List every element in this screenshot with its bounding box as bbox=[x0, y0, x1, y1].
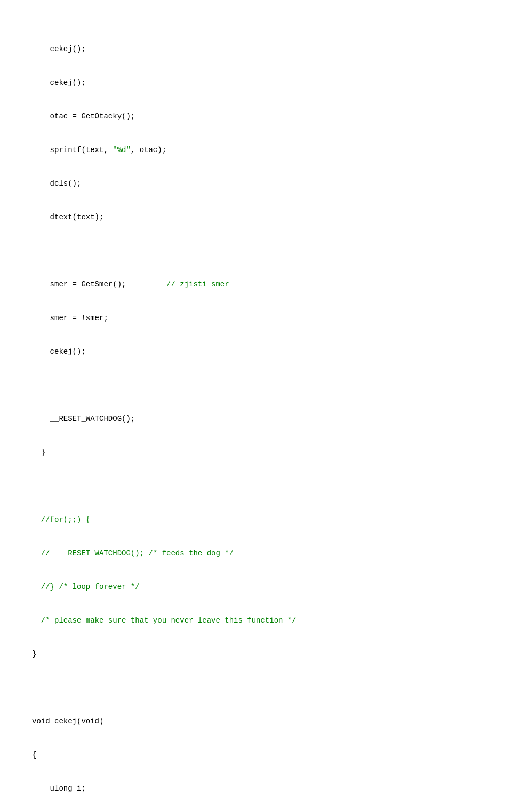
code-line-8: smer = GetSmer(); // zjisti smer bbox=[32, 279, 480, 290]
code-line-22: { bbox=[32, 750, 480, 761]
code-line-14 bbox=[32, 481, 480, 492]
code-line-16: // __RESET_WATCHDOG(); /* feeds the dog … bbox=[32, 548, 480, 559]
code-line-19: } bbox=[32, 649, 480, 660]
code-line-10: cekej(); bbox=[32, 346, 480, 357]
code-line-11 bbox=[32, 380, 480, 391]
code-line-4: sprintf(text, "%d", otac); bbox=[32, 145, 480, 156]
code-line-7 bbox=[32, 245, 480, 257]
code-line-9: smer = !smer; bbox=[32, 313, 480, 324]
code-line-5: dcls(); bbox=[32, 178, 480, 189]
code-line-3: otac = GetOtacky(); bbox=[32, 111, 480, 122]
code-line-18: /* please make sure that you never leave… bbox=[32, 615, 480, 626]
page-container: cekej(); cekej(); otac = GetOtacky(); sp… bbox=[0, 0, 512, 812]
code-line-2: cekej(); bbox=[32, 77, 480, 89]
code-line-23: ulong i; bbox=[32, 783, 480, 794]
code-block: cekej(); cekej(); otac = GetOtacky(); sp… bbox=[32, 21, 480, 812]
code-line-21: void cekej(void) bbox=[32, 716, 480, 727]
code-line-20 bbox=[32, 682, 480, 694]
code-line-13: } bbox=[32, 447, 480, 458]
code-line-1: cekej(); bbox=[32, 44, 480, 55]
code-line-15: //for(;;) { bbox=[32, 514, 480, 526]
code-line-6: dtext(text); bbox=[32, 212, 480, 223]
code-line-12: __RESET_WATCHDOG(); bbox=[32, 413, 480, 425]
code-line-17: //} /* loop forever */ bbox=[32, 582, 480, 593]
